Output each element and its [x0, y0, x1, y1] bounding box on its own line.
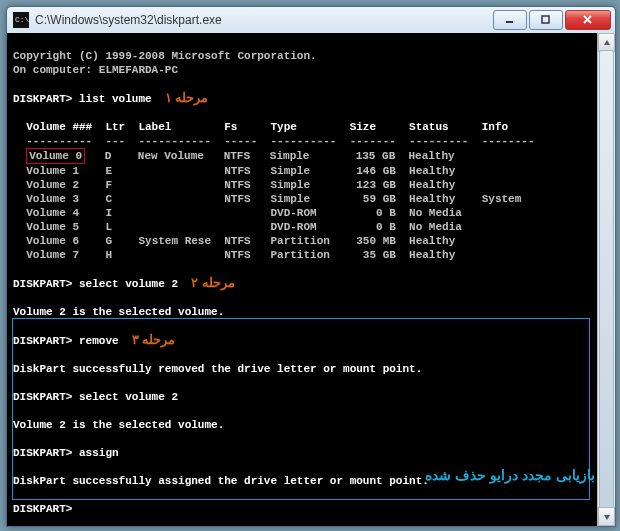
chevron-up-icon: [603, 39, 611, 47]
scroll-track[interactable]: [598, 50, 615, 509]
svg-rect-1: [542, 16, 549, 23]
titlebar[interactable]: C:\Windows\system32\diskpart.exe: [7, 7, 615, 34]
minimize-button[interactable]: [493, 10, 527, 30]
volume-table: Volume 0 D New Volume NTFS Simple 135 GB…: [13, 148, 609, 262]
table-row: Volume 1 E NTFS Simple 146 GB Healthy: [13, 165, 482, 177]
msg-removed: DiskPart successfully removed the drive …: [13, 363, 422, 375]
table-row: Volume 6 G System Rese NTFS Partition 35…: [13, 235, 482, 247]
table-row: Volume 4 I DVD-ROM 0 B No Media: [13, 207, 482, 219]
annotation-step-2: مرحله ۲: [191, 276, 235, 290]
annotation-step-3: مرحله ۳: [132, 333, 176, 347]
copyright-line: Copyright (C) 1999-2008 Microsoft Corpor…: [13, 50, 317, 62]
prompt-5: DISKPART> assign: [13, 447, 119, 459]
svg-marker-5: [604, 515, 610, 520]
annotation-step-1: مرحله ۱: [165, 91, 209, 105]
table-row: Volume 7 H NTFS Partition 35 GB Healthy: [13, 249, 482, 261]
table-row: Volume 5 L DVD-ROM 0 B No Media: [13, 221, 482, 233]
msg-assigned: DiskPart successfully assigned the drive…: [13, 475, 429, 487]
close-icon: [583, 15, 593, 25]
prompt-2: DISKPART> select volume 2: [13, 278, 178, 290]
msg-selected-2: Volume 2 is the selected volume.: [13, 419, 224, 431]
prompt-4: DISKPART> select volume 2: [13, 391, 178, 403]
msg-selected-1: Volume 2 is the selected volume.: [13, 306, 224, 318]
maximize-button[interactable]: [529, 10, 563, 30]
table-row: Volume 0 D New Volume NTFS Simple 135 GB…: [13, 150, 481, 162]
table-divider: ---------- --- ----------- ----- -------…: [13, 135, 535, 147]
table-header: Volume ### Ltr Label Fs Type Size Status…: [13, 121, 508, 133]
console-window: C:\Windows\system32\diskpart.exe Copyrig…: [6, 6, 616, 527]
window-buttons: [491, 10, 611, 30]
prompt-6: DISKPART>: [13, 503, 72, 515]
app-icon: [13, 12, 29, 28]
maximize-icon: [541, 15, 551, 25]
close-button[interactable]: [565, 10, 611, 30]
svg-marker-4: [604, 40, 610, 45]
prompt-1: DISKPART> list volume: [13, 93, 152, 105]
window-title: C:\Windows\system32\diskpart.exe: [35, 13, 491, 27]
chevron-down-icon: [603, 513, 611, 521]
scroll-thumb[interactable]: [599, 50, 614, 511]
minimize-icon: [505, 15, 515, 25]
computer-line: On computer: ELMEFARDA-PC: [13, 64, 178, 76]
table-row: Volume 3 C NTFS Simple 59 GB Healthy Sys…: [13, 193, 521, 205]
vertical-scrollbar[interactable]: [597, 33, 615, 526]
table-row: Volume 2 F NTFS Simple 123 GB Healthy: [13, 179, 482, 191]
scroll-down-button[interactable]: [598, 507, 615, 526]
prompt-3: DISKPART> remove: [13, 335, 119, 347]
console-output[interactable]: Copyright (C) 1999-2008 Microsoft Corpor…: [7, 33, 615, 526]
annotation-recovery: بازیابی مجدد درایو حذف شده: [425, 468, 595, 482]
